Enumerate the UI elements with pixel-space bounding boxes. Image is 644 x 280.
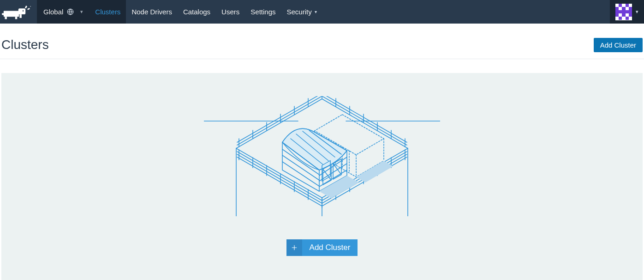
chevron-down-icon: ▾ [636,9,638,15]
add-cluster-label: Add Cluster [302,239,358,256]
nav-node-drivers[interactable]: Node Drivers [126,0,178,24]
svg-rect-3 [18,8,25,14]
add-cluster-button[interactable]: Add Cluster [594,38,643,52]
nav-catalogs[interactable]: Catalogs [178,0,216,24]
nav-label: Node Drivers [131,8,172,16]
nav-users[interactable]: Users [216,0,245,24]
nav-security[interactable]: Security ▾ [281,0,322,24]
nav-label: Users [221,8,239,16]
empty-state: Add Cluster [1,73,643,280]
nav-label: Security [286,8,311,16]
svg-line-31 [322,96,407,145]
svg-marker-60 [356,161,393,183]
svg-rect-2 [15,17,17,19]
empty-actions: Add Cluster [286,239,358,256]
svg-rect-4 [19,14,21,18]
nav-settings[interactable]: Settings [245,0,281,24]
avatar [615,4,632,20]
add-cluster-button-large[interactable]: Add Cluster [286,239,358,256]
scope-selector[interactable]: Global ▾ [37,0,89,24]
nav-items: Clusters Node Drivers Catalogs Users Set… [89,0,322,24]
nav-label: Settings [250,8,275,16]
svg-rect-7 [30,6,30,6]
chevron-down-icon: ▾ [80,9,83,15]
nav-label: Catalogs [183,8,210,16]
svg-point-6 [23,10,24,12]
chevron-down-icon: ▾ [315,9,317,14]
plus-icon [286,239,302,256]
page-title: Clusters [1,37,49,52]
page-header: Clusters Add Cluster [0,24,644,59]
nav-label: Clusters [95,8,120,16]
svg-rect-5 [2,13,5,15]
rancher-cow-icon [2,4,31,20]
user-menu[interactable]: ▾ [610,0,644,24]
svg-line-41 [237,157,322,206]
nav-clusters[interactable]: Clusters [89,0,126,24]
brand-logo[interactable] [1,0,37,24]
globe-icon [67,8,74,15]
svg-rect-0 [4,11,19,17]
top-nav: Global ▾ Clusters Node Drivers Catalogs … [0,0,644,24]
svg-rect-1 [5,17,6,19]
scope-label: Global [43,8,63,16]
empty-illustration [204,96,440,216]
